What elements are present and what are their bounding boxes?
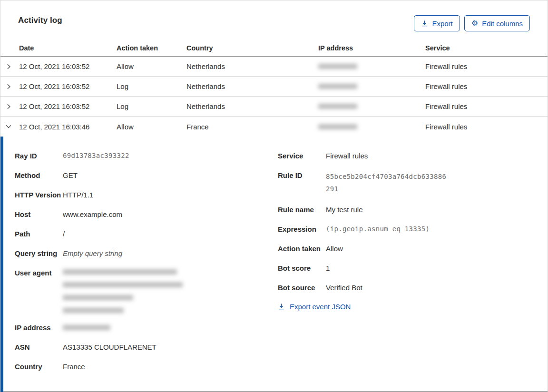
table-header-row: Date Action taken Country IP address Ser… <box>0 40 548 57</box>
chevron-right-icon[interactable] <box>0 103 19 110</box>
export-event-json-label: Export event JSON <box>290 303 351 311</box>
field-rule-id: Rule ID 85bce5b204cf4703a764dcb633886291 <box>278 170 530 195</box>
user-agent-redacted <box>63 268 278 313</box>
ip-address-redacted <box>63 323 278 330</box>
column-header-date: Date <box>19 44 117 52</box>
cell-action-taken: Log <box>117 102 186 110</box>
field-http-version: HTTP Version HTTP/1.1 <box>15 190 278 200</box>
field-rule-name: Rule name My test rule <box>278 205 530 215</box>
activity-log-card: Activity log Export ⚙ Edit columns Date … <box>0 0 548 392</box>
detail-right-column: Service Firewall rules Rule ID 85bce5b20… <box>278 151 530 381</box>
field-bot-source: Bot source Verified Bot <box>278 283 530 293</box>
field-path: Path / <box>15 229 278 239</box>
cell-action-taken: Log <box>117 82 186 90</box>
cell-country: Netherlands <box>186 102 318 110</box>
export-event-json-link[interactable]: Export event JSON <box>278 303 351 311</box>
cell-date: 12 Oct, 2021 16:03:52 <box>19 62 117 70</box>
cell-ip-redacted <box>318 84 425 89</box>
field-asn: ASN AS13335 CLOUDFLARENET <box>15 342 278 352</box>
cell-country: France <box>186 123 318 131</box>
table-row[interactable]: 12 Oct, 2021 16:03:52 Log Netherlands Fi… <box>0 97 548 117</box>
cell-date: 12 Oct, 2021 16:03:46 <box>19 123 117 131</box>
edit-columns-button[interactable]: ⚙ Edit columns <box>464 15 530 31</box>
cell-service: Firewall rules <box>425 102 548 110</box>
cell-service: Firewall rules <box>425 123 548 131</box>
table-row[interactable]: 12 Oct, 2021 16:03:52 Log Netherlands Fi… <box>0 77 548 97</box>
table-row[interactable]: 12 Oct, 2021 16:03:52 Allow Netherlands … <box>0 57 548 77</box>
field-method: Method GET <box>15 170 278 180</box>
cell-country: Netherlands <box>186 82 318 90</box>
cell-date: 12 Oct, 2021 16:03:52 <box>19 82 117 90</box>
field-action-taken: Action taken Allow <box>278 244 530 254</box>
column-header-country: Country <box>186 44 318 52</box>
cell-service: Firewall rules <box>425 82 548 90</box>
field-user-agent: User agent <box>15 268 278 313</box>
event-detail-panel: Ray ID 69d13783ac393322 Method GET HTTP … <box>0 137 548 392</box>
column-header-action-taken: Action taken <box>117 44 186 52</box>
export-button[interactable]: Export <box>414 15 460 31</box>
cell-action-taken: Allow <box>117 123 186 131</box>
header-actions: Export ⚙ Edit columns <box>414 15 530 31</box>
column-header-service: Service <box>425 44 548 52</box>
field-country: Country France <box>15 362 278 372</box>
detail-left-column: Ray ID 69d13783ac393322 Method GET HTTP … <box>15 151 278 381</box>
field-service: Service Firewall rules <box>278 151 530 161</box>
cell-ip-redacted <box>318 124 425 129</box>
chevron-right-icon[interactable] <box>0 83 19 90</box>
gear-icon: ⚙ <box>471 20 478 27</box>
cell-service: Firewall rules <box>425 62 548 70</box>
edit-columns-button-label: Edit columns <box>482 20 523 28</box>
download-icon <box>278 303 285 310</box>
field-bot-score: Bot score 1 <box>278 263 530 273</box>
field-ray-id: Ray ID 69d13783ac393322 <box>15 151 278 161</box>
download-icon <box>421 20 428 27</box>
field-query-string: Query string Empty query string <box>15 248 278 258</box>
column-header-ip-address: IP address <box>318 44 425 52</box>
cell-ip-redacted <box>318 64 425 69</box>
field-host: Host www.example.com <box>15 209 278 219</box>
card-header: Activity log Export ⚙ Edit columns <box>0 0 548 40</box>
cell-ip-redacted <box>318 104 425 109</box>
field-ip-address: IP address <box>15 323 278 333</box>
chevron-right-icon[interactable] <box>0 63 19 70</box>
export-button-label: Export <box>432 20 452 28</box>
cell-date: 12 Oct, 2021 16:03:52 <box>19 102 117 110</box>
chevron-down-icon[interactable] <box>0 123 19 130</box>
table-row-expanded[interactable]: 12 Oct, 2021 16:03:46 Allow France Firew… <box>0 117 548 137</box>
cell-country: Netherlands <box>186 62 318 70</box>
cell-action-taken: Allow <box>117 62 186 70</box>
field-expression: Expression (ip.geoip.asnum eq 13335) <box>278 224 530 234</box>
